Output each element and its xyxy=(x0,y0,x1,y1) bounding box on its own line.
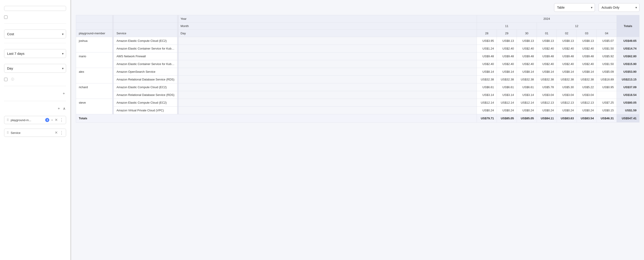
th-member-empty-2 xyxy=(76,23,112,30)
group-item-label-service: Service xyxy=(11,131,53,135)
table-row: marioAWS Network FirewallUS$9.48US$9.48U… xyxy=(76,53,640,60)
td-value-1: US$3.14 xyxy=(497,91,517,99)
drag-handle-service-icon[interactable]: ⠿ xyxy=(6,131,9,135)
td-value-1: US$6.61 xyxy=(497,83,517,91)
td-value-5: US$5.22 xyxy=(577,83,597,91)
td-value-3: US$8.14 xyxy=(537,68,557,76)
table-row: richardAmazon Elastic Compute Cloud (EC2… xyxy=(76,83,640,91)
td-value-2: US$3.14 xyxy=(517,91,537,99)
td-service: Amazon Elastic Container Service for Kub… xyxy=(114,60,177,68)
th-month-label: Month xyxy=(179,23,477,30)
td-value-4: US$0.24 xyxy=(557,107,577,114)
data-source-row xyxy=(4,6,66,11)
td-value-1: US$8.14 xyxy=(497,68,517,76)
include-datahub-checkbox[interactable] xyxy=(4,16,8,19)
remove-service-button[interactable]: ✕ xyxy=(55,131,58,135)
time-interval-select-wrapper: Day Week Month ▾ xyxy=(4,64,66,73)
metric-select[interactable]: Cost Usage xyxy=(4,30,66,38)
more-playground-button[interactable]: ⋮ xyxy=(60,118,64,122)
collapse-group-button[interactable]: ∧ xyxy=(62,106,66,111)
remove-playground-button[interactable]: ✕ xyxy=(55,118,58,122)
td-row-total: US$18.54 xyxy=(617,91,640,99)
td-service: Amazon Relational Database Service (RDS) xyxy=(114,76,177,83)
table-row: Amazon Relational Database Service (RDS)… xyxy=(76,76,640,83)
divider-2 xyxy=(4,43,66,43)
th-day-28: 28 xyxy=(477,30,497,37)
time-interval-section: Day Week Month ▾ xyxy=(4,63,66,73)
td-value-0: US$3.95 xyxy=(477,37,497,45)
td-value-0: US$8.14 xyxy=(477,68,497,76)
td-member-richard: richard xyxy=(76,83,112,99)
grand-total: US$547.41 xyxy=(617,114,640,123)
td-value-6: US$5.09 xyxy=(597,68,617,76)
main-content: Table Chart ▾ Actuals Only Forecast Both… xyxy=(71,0,644,260)
add-group-button[interactable]: ＋ xyxy=(56,106,61,111)
td-value-0: US$32.38 xyxy=(477,76,497,83)
header-day-row: playground-member Service Day 28 29 30 0… xyxy=(76,30,640,37)
divider-3 xyxy=(4,86,66,86)
view-as-select[interactable]: Table Chart xyxy=(554,4,595,12)
td-value-5: US$2.40 xyxy=(577,60,597,68)
more-service-button[interactable]: ⋮ xyxy=(60,131,64,135)
drag-handle-icon[interactable]: ⠿ xyxy=(6,118,9,122)
td-value-5: US$32.38 xyxy=(577,76,597,83)
td-value-3: US$0.24 xyxy=(537,107,557,114)
td-value-4: US$32.38 xyxy=(557,76,577,83)
td-value-1: US$8.13 xyxy=(497,37,517,45)
view-as-wrapper: Table Chart ▾ xyxy=(554,3,595,12)
totals-row: TotalsUS$79.71US$85.05US$85.05US$84.11US… xyxy=(76,114,640,123)
group-item-playground-member: ⠿ playground-m... 3 ≡ ✕ ⋮ xyxy=(4,116,66,124)
metric-section: Cost Usage ▾ xyxy=(4,28,66,38)
add-filter-button[interactable]: ＋ xyxy=(62,91,66,96)
td-row-total: US$53.90 xyxy=(617,68,640,76)
td-day-label-empty xyxy=(179,107,477,114)
td-service: Amazon Relational Database Service (RDS) xyxy=(114,91,177,99)
totals-value-3: US$84.11 xyxy=(537,114,557,123)
td-service: Amazon Elastic Compute Cloud (EC2) xyxy=(114,99,177,107)
td-row-total: US$80.05 xyxy=(617,99,640,107)
td-service: AWS Network Firewall xyxy=(114,53,177,60)
td-value-0: US$0.24 xyxy=(477,107,497,114)
td-day-label-empty xyxy=(179,99,477,107)
th-day-label: Day xyxy=(179,30,477,37)
exclude-partial-checkbox[interactable] xyxy=(4,78,8,81)
td-value-4: US$8.13 xyxy=(557,37,577,45)
td-value-2: US$6.61 xyxy=(517,83,537,91)
td-value-4: US$8.14 xyxy=(557,68,577,76)
td-row-total: US$14.74 xyxy=(617,45,640,53)
th-service-year-empty xyxy=(114,15,177,23)
totals-value-6: US$46.31 xyxy=(597,114,617,123)
td-service: Amazon OpenSearch Service xyxy=(114,68,177,76)
th-year-label: Year xyxy=(179,15,477,23)
totals-value-2: US$85.05 xyxy=(517,114,537,123)
td-row-total: US$1.59 xyxy=(617,107,640,114)
td-row-total: US$49.65 xyxy=(617,37,640,45)
table-area: Year 2024 Totals Month 11 12 playground-… xyxy=(71,15,644,260)
td-day-label-empty xyxy=(179,83,477,91)
playground-member-badge: 3 xyxy=(45,118,49,122)
td-value-0: US$3.14 xyxy=(477,91,497,99)
td-value-0: US$9.48 xyxy=(477,53,497,60)
td-value-6: US$5.07 xyxy=(597,37,617,45)
td-value-6 xyxy=(597,91,617,99)
td-value-1: US$2.40 xyxy=(497,60,517,68)
td-member-alex: alex xyxy=(76,68,112,83)
time-range-select[interactable]: Last 7 days Last 30 days Custom xyxy=(4,49,66,58)
td-value-2: US$9.48 xyxy=(517,53,537,60)
td-value-4: US$5.30 xyxy=(557,83,577,91)
td-day-label-empty xyxy=(179,76,477,83)
td-value-1: US$12.14 xyxy=(497,99,517,107)
table-row: Amazon Elastic Container Service for Kub… xyxy=(76,60,640,68)
td-member-mario: mario xyxy=(76,53,112,68)
view-data-as-select[interactable]: Actuals Only Forecast Both xyxy=(599,4,639,12)
td-member-joshua: joshua xyxy=(76,37,112,53)
td-day-label-empty xyxy=(179,91,477,99)
time-interval-select[interactable]: Day Week Month xyxy=(4,64,66,73)
data-source-section xyxy=(4,5,66,11)
th-day-30: 30 xyxy=(517,30,537,37)
th-day-01: 01 xyxy=(537,30,557,37)
td-day-label-empty xyxy=(179,53,477,60)
td-value-6: US$5.92 xyxy=(597,53,617,60)
table-row: Amazon Elastic Container Service for Kub… xyxy=(76,45,640,53)
td-value-1: US$32.38 xyxy=(497,76,517,83)
